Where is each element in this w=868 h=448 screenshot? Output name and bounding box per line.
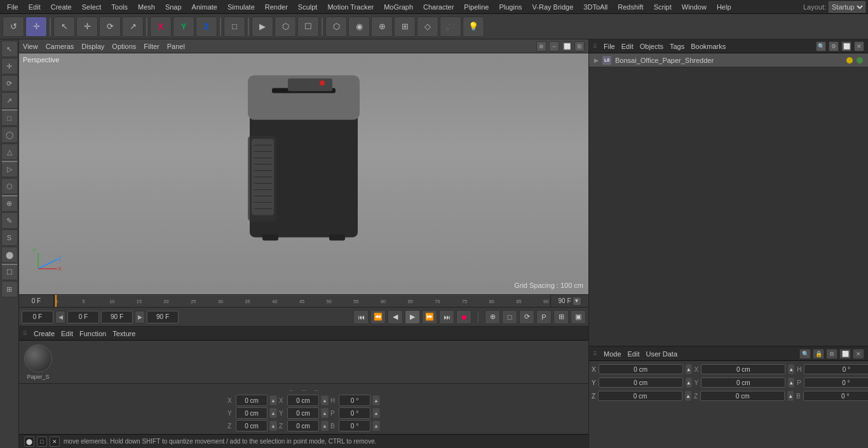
vp-ctrl-3[interactable]: ⬜ <box>562 41 572 51</box>
end-frame-up-btn[interactable]: ▶ <box>135 311 145 323</box>
attr-z-rot[interactable] <box>700 391 785 401</box>
attr-z-pos[interactable] <box>598 391 682 401</box>
record-indicator[interactable]: ⬤ <box>24 437 34 447</box>
camera-btn[interactable]: 🎥 <box>440 17 461 37</box>
y-rot-stepper[interactable]: ▲ <box>321 408 329 418</box>
menu-item-snap[interactable]: Snap <box>161 2 186 12</box>
render-settings-button[interactable]: ☐ <box>297 17 319 37</box>
vp-ctrl-4[interactable]: ⊞ <box>574 41 585 51</box>
om-file-btn[interactable]: File <box>604 43 615 50</box>
om-maximize-btn[interactable]: ⬜ <box>841 41 851 51</box>
attr-max-btn[interactable]: ⬜ <box>839 349 851 359</box>
menu-item-character[interactable]: Character <box>419 2 458 12</box>
h-input[interactable] <box>339 395 370 406</box>
play-forward-button[interactable]: ▶ <box>405 310 420 324</box>
h-stepper[interactable]: ▲ <box>372 395 380 405</box>
keyframe-btn6[interactable]: ▣ <box>571 310 586 324</box>
menu-item-window[interactable]: Window <box>677 2 711 12</box>
left-tool-11[interactable]: S <box>1 229 18 246</box>
y-axis-button[interactable]: Y <box>173 17 194 37</box>
shading-btn3[interactable]: ⊕ <box>371 17 393 37</box>
step-forward-button[interactable]: ⏩ <box>422 310 437 324</box>
go-to-start-button[interactable]: ⏮ <box>353 310 369 324</box>
attr-y-rot-stepper[interactable]: ▲ <box>788 377 794 388</box>
end-frame-input1[interactable] <box>101 311 133 323</box>
menu-item-animate[interactable]: Animate <box>187 2 222 12</box>
y-rot-input[interactable] <box>287 407 319 419</box>
mat-create-btn[interactable]: Create <box>34 330 55 337</box>
menu-item-sculpt[interactable]: Sculpt <box>294 2 322 12</box>
layout-select[interactable]: Startup <box>829 1 865 13</box>
attr-search-btn[interactable]: 🔍 <box>799 349 811 359</box>
keyframe-btn1[interactable]: ⊕ <box>485 310 500 324</box>
timeline[interactable]: 0 F 0 5 10 15 20 25 30 35 <box>19 294 588 307</box>
keyframe-btn5[interactable]: ⊞ <box>553 310 569 324</box>
end-frame-input2[interactable] <box>147 311 179 323</box>
om-search-btn[interactable]: 🔍 <box>816 41 826 51</box>
object-visibility-dot[interactable] <box>846 57 853 64</box>
keyframe-btn4[interactable]: P <box>536 310 552 324</box>
left-tool-7[interactable]: ▷ <box>1 161 18 177</box>
render-active-view-button[interactable]: ▶ <box>252 17 273 37</box>
scale-button[interactable]: ⟳ <box>99 17 121 37</box>
y-stepper[interactable]: ▲ <box>269 408 277 418</box>
left-tool-9[interactable]: ⊕ <box>1 195 18 212</box>
z-axis-button[interactable]: Z <box>196 17 217 37</box>
move-button[interactable]: ✛ <box>76 17 98 37</box>
viewport-cameras-menu[interactable]: Cameras <box>46 43 74 50</box>
attr-h-val[interactable] <box>804 364 868 374</box>
left-tool-5[interactable]: ◯ <box>1 126 18 143</box>
p-stepper[interactable]: ▲ <box>372 408 380 418</box>
left-tool-6[interactable]: △ <box>1 144 18 160</box>
om-close-btn[interactable]: ✕ <box>854 41 864 51</box>
object-mode-button[interactable]: □ <box>224 17 245 37</box>
om-bookmarks-btn[interactable]: Bookmarks <box>691 43 726 50</box>
attr-x-pos[interactable] <box>599 364 683 374</box>
attr-z-rot-stepper[interactable]: ▲ <box>787 391 794 401</box>
current-frame-down-btn[interactable]: ◀ <box>55 311 65 323</box>
viewport-display-menu[interactable]: Display <box>81 43 104 50</box>
attr-x-rot-stepper[interactable]: ▲ <box>788 364 794 374</box>
keyframe-btn2[interactable]: □ <box>502 310 517 324</box>
rotate-button[interactable]: ↗ <box>122 17 144 37</box>
menu-item-edit[interactable]: Edit <box>24 2 45 12</box>
menu-item-render[interactable]: Render <box>261 2 292 12</box>
attr-y-stepper[interactable]: ▲ <box>686 377 692 388</box>
menu-item-simulate[interactable]: Simulate <box>223 2 259 12</box>
left-tool-10[interactable]: ✎ <box>1 212 18 229</box>
om-settings-btn[interactable]: ⚙ <box>829 41 839 51</box>
attr-settings-btn[interactable]: ⚙ <box>826 349 837 359</box>
mat-function-btn[interactable]: Function <box>79 330 106 337</box>
move-tool-button[interactable]: ✛ <box>25 17 47 37</box>
menu-item-redshift[interactable]: Redshift <box>613 2 648 12</box>
minimize-btn[interactable]: □ <box>37 437 47 447</box>
timeline-end-frame-btn[interactable]: ▼ <box>573 297 581 306</box>
menu-item-file[interactable]: File <box>3 2 23 12</box>
render-to-po-button[interactable]: ⬡ <box>275 17 296 37</box>
mat-edit-btn[interactable]: Edit <box>61 330 73 337</box>
viewport-panel-menu[interactable]: Panel <box>167 43 185 50</box>
menu-item-plugins[interactable]: Plugins <box>494 2 526 12</box>
b-input[interactable] <box>339 420 370 431</box>
x-pos-input[interactable] <box>236 395 268 406</box>
3d-viewport[interactable]: Perspective <box>19 53 588 294</box>
attr-mode-btn[interactable]: Mode <box>604 350 621 358</box>
undo-button[interactable]: ↺ <box>3 17 24 37</box>
light-btn[interactable]: 💡 <box>463 17 484 37</box>
object-row-shredder[interactable]: ▶ L0 Bonsai_Office_Paper_Shredder <box>589 53 868 67</box>
attr-y-rot[interactable] <box>701 377 785 388</box>
current-frame-input[interactable] <box>67 311 99 323</box>
go-to-end-button[interactable]: ⏭ <box>439 310 454 324</box>
keyframe-btn3[interactable]: ⟳ <box>519 310 534 324</box>
attr-close-btn[interactable]: ✕ <box>853 349 864 359</box>
z-stepper[interactable]: ▲ <box>269 421 277 431</box>
mat-texture-btn[interactable]: Texture <box>112 330 135 337</box>
shading-btn4[interactable]: ⊞ <box>394 17 416 37</box>
vp-ctrl-2[interactable]: ↔ <box>549 41 559 51</box>
om-tags-btn[interactable]: Tags <box>670 43 684 50</box>
menu-item-mesh[interactable]: Mesh <box>133 2 159 12</box>
attr-b-val[interactable] <box>803 391 868 401</box>
viewport-options-menu[interactable]: Options <box>112 43 136 50</box>
play-back-button[interactable]: ◀ <box>388 310 403 324</box>
attr-edit-btn[interactable]: Edit <box>628 350 640 358</box>
